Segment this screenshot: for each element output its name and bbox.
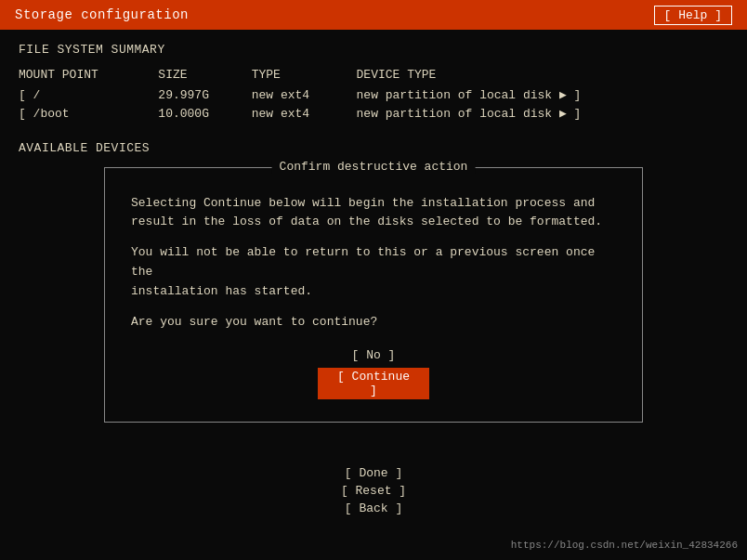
modal-title: Confirm destructive action xyxy=(272,160,476,174)
modal-dialog: Confirm destructive action Selecting Con… xyxy=(104,167,643,423)
modal-paragraph-1: Selecting Continue below will begin the … xyxy=(131,194,616,233)
watermark: https://blog.csdn.net/weixin_42834266 xyxy=(511,540,738,551)
modal-paragraph-2: You will not be able to return to this o… xyxy=(131,243,616,301)
done-button[interactable]: Done xyxy=(318,466,429,480)
reset-button[interactable]: Reset xyxy=(318,484,429,498)
no-button[interactable]: No xyxy=(318,346,429,364)
main-content: FILE SYSTEM SUMMARY MOUNT POINT SIZE TYP… xyxy=(0,30,747,560)
back-button[interactable]: Back xyxy=(318,501,429,515)
bottom-buttons: Done Reset Back xyxy=(318,466,429,515)
modal-paragraph-3: Are you sure you want to continue? xyxy=(131,313,616,332)
modal-body: Selecting Continue below will begin the … xyxy=(131,194,616,332)
title-bar: Storage configuration [ Help ] xyxy=(0,0,747,30)
help-button[interactable]: [ Help ] xyxy=(654,6,732,25)
continue-button[interactable]: Continue xyxy=(318,368,429,399)
modal-buttons: No Continue xyxy=(131,346,616,399)
app-title: Storage configuration xyxy=(15,7,189,22)
